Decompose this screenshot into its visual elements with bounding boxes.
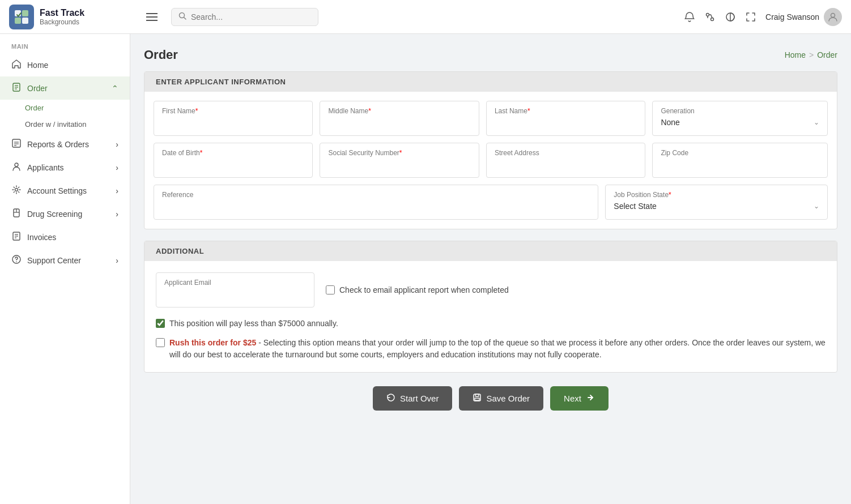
- rush-order-text: - Selecting this option means that your …: [169, 338, 826, 359]
- middle-name-input[interactable]: [328, 117, 470, 126]
- applicant-email-label: Applicant Email: [164, 279, 306, 287]
- search-input[interactable]: [191, 12, 311, 22]
- arrow-right-icon: [586, 393, 595, 404]
- svg-rect-30: [475, 398, 479, 400]
- search-box[interactable]: [171, 8, 318, 26]
- sidebar-section-label: MAIN: [0, 34, 130, 53]
- section1-header: ENTER APPLICANT INFORMATION: [144, 72, 837, 92]
- email-checkbox[interactable]: [326, 285, 335, 294]
- sidebar-item-account-settings[interactable]: Account Settings ›: [0, 179, 130, 202]
- job-position-state-field: Job Position State* Select State Alabama…: [605, 185, 828, 220]
- sidebar-item-home[interactable]: Home: [0, 53, 130, 76]
- invoices-icon: [11, 231, 22, 243]
- first-name-field: First Name*: [154, 101, 313, 136]
- salary-checkbox[interactable]: [156, 319, 165, 328]
- sidebar-sub-item-order-invite[interactable]: Order w / invitation: [25, 116, 130, 133]
- svg-point-27: [16, 261, 17, 262]
- job-position-state-label: Job Position State*: [614, 191, 819, 199]
- chevron-right-icon3: ›: [116, 186, 118, 195]
- street-address-field: Street Address: [486, 143, 645, 178]
- sidebar-item-support[interactable]: Support Center ›: [0, 249, 130, 272]
- generation-label: Generation: [661, 107, 819, 115]
- sidebar-item-order[interactable]: Order ⌃: [0, 76, 130, 100]
- email-checkbox-label[interactable]: Check to email applicant report when com…: [339, 285, 509, 294]
- sidebar-item-reports[interactable]: Reports & Orders ›: [0, 133, 130, 156]
- rush-order-label[interactable]: Rush this order for $25 - Selecting this…: [169, 337, 826, 361]
- street-address-input[interactable]: [495, 159, 637, 168]
- main-content: Order Home > Order ENTER APPLICANT INFOR…: [130, 34, 851, 504]
- sidebar-item-applicants[interactable]: Applicants ›: [0, 156, 130, 179]
- street-address-label: Street Address: [495, 149, 637, 157]
- darkmode-icon[interactable]: [725, 11, 736, 23]
- svg-rect-29: [475, 394, 479, 396]
- top-navigation: Fast Track Backgrounds Craig Swanson: [0, 0, 851, 34]
- zip-code-label: Zip Code: [661, 149, 819, 157]
- svg-rect-3: [22, 18, 28, 24]
- reports-icon: [11, 138, 22, 150]
- zip-code-input[interactable]: [661, 159, 819, 168]
- breadcrumb-separator: >: [809, 50, 814, 59]
- applicant-email-field: Applicant Email: [156, 272, 314, 307]
- save-icon: [473, 393, 482, 404]
- sidebar-item-invoices[interactable]: Invoices: [0, 225, 130, 249]
- sidebar: MAIN Home Order ⌃ Order Ord: [0, 34, 130, 504]
- topnav-right: Craig Swanson: [684, 8, 842, 26]
- hamburger-menu[interactable]: [142, 6, 162, 28]
- settings-icon: [11, 185, 22, 197]
- dob-label: Date of Birth*: [162, 149, 304, 157]
- first-name-input[interactable]: [162, 117, 304, 126]
- salary-checkbox-label[interactable]: This position will pay less than $75000 …: [169, 319, 338, 328]
- chevron-right-icon2: ›: [116, 163, 118, 172]
- user-avatar: [824, 8, 842, 26]
- last-name-input[interactable]: [495, 117, 637, 126]
- home-icon: [11, 59, 22, 71]
- fullscreen-icon[interactable]: [745, 11, 756, 23]
- start-over-button[interactable]: Start Over: [373, 386, 452, 411]
- sidebar-item-drug-screening[interactable]: Drug Screening ›: [0, 202, 130, 225]
- job-position-state-select-wrapper: Select State AlabamaAlaskaArizona Arkans…: [614, 201, 819, 211]
- salary-checkbox-row: This position will pay less than $75000 …: [156, 319, 826, 328]
- chevron-right-icon: ›: [116, 140, 118, 149]
- user-area[interactable]: Craig Swanson: [765, 8, 842, 26]
- ssn-field: Social Security Number*: [320, 143, 479, 178]
- ssn-input[interactable]: [328, 159, 470, 168]
- dob-field: Date of Birth*: [154, 143, 313, 178]
- email-checkbox-area: Check to email applicant report when com…: [326, 285, 509, 294]
- order-icon: [11, 82, 22, 94]
- dob-input[interactable]: [162, 159, 304, 168]
- next-button[interactable]: Next: [550, 386, 609, 411]
- applicant-email-input[interactable]: [164, 289, 306, 298]
- applicants-icon: [11, 161, 22, 173]
- last-name-field: Last Name*: [486, 101, 645, 136]
- chevron-right-icon5: ›: [116, 256, 118, 265]
- applicant-info-section: ENTER APPLICANT INFORMATION First Name* …: [144, 71, 837, 229]
- middle-name-field: Middle Name*: [320, 101, 479, 136]
- chevron-down-icon: ⌃: [112, 84, 118, 93]
- breadcrumb-home[interactable]: Home: [785, 50, 806, 59]
- reference-field: Reference: [154, 185, 598, 220]
- rush-order-highlight: Rush this order for $25: [169, 338, 256, 347]
- reference-input[interactable]: [162, 201, 590, 210]
- page-title: Order: [144, 48, 178, 62]
- section2-header: ADDITIONAL: [144, 241, 837, 261]
- job-position-state-select[interactable]: Select State AlabamaAlaskaArizona Arkans…: [614, 202, 819, 211]
- svg-rect-1: [22, 10, 28, 16]
- breadcrumb-current: Order: [817, 50, 837, 59]
- logo-text: Fast Track Backgrounds: [40, 7, 84, 27]
- sidebar-sub-item-order[interactable]: Order: [25, 100, 130, 116]
- chevron-right-icon4: ›: [116, 210, 118, 219]
- svg-rect-2: [15, 18, 21, 24]
- support-icon: [11, 254, 22, 266]
- rush-checkbox[interactable]: [156, 338, 165, 347]
- user-name: Craig Swanson: [765, 12, 819, 22]
- generation-select-wrapper: None Jr. Sr. II III IV ⌄: [661, 117, 819, 127]
- additional-content: Applicant Email Check to email applicant…: [144, 261, 837, 372]
- rush-order-row: Rush this order for $25 - Selecting this…: [156, 337, 826, 361]
- svg-point-18: [15, 189, 18, 191]
- generation-select[interactable]: None Jr. Sr. II III IV: [661, 118, 819, 127]
- button-row: Start Over Save Order Next: [144, 386, 837, 411]
- save-order-button[interactable]: Save Order: [459, 386, 543, 411]
- last-name-label: Last Name*: [495, 107, 637, 115]
- notification-icon[interactable]: [684, 11, 695, 23]
- integration-icon[interactable]: [704, 11, 716, 23]
